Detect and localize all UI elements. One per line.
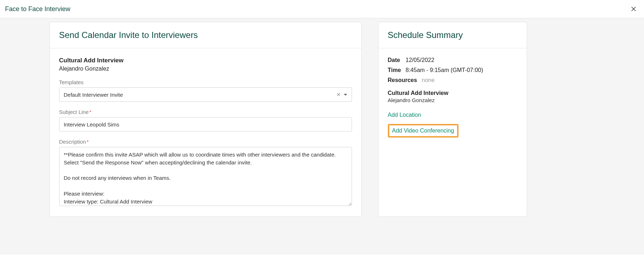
templates-select[interactable]: Default Interviewer Invite ✕ [59, 87, 352, 102]
candidate-name: Alejandro Gonzalez [59, 66, 352, 72]
interview-title: Cultural Add Interview [59, 57, 352, 64]
summary-card-header: Schedule Summary [379, 22, 527, 48]
subject-input[interactable] [59, 117, 352, 131]
summary-date-value: 12/05/2022 [406, 57, 434, 63]
summary-time-row: Time 8:45am - 9:15am (GMT-07:00) [388, 67, 517, 73]
close-button[interactable] [628, 4, 639, 14]
page-header: Face to Face Interview [0, 0, 644, 18]
close-icon [630, 6, 637, 12]
summary-resources-label: Resources [388, 77, 422, 83]
subject-field: Subject Line* [59, 109, 352, 131]
summary-card-body: Date 12/05/2022 Time 8:45am - 9:15am (GM… [379, 48, 527, 147]
add-location-link[interactable]: Add Location [388, 112, 421, 118]
clear-template-icon[interactable]: ✕ [337, 92, 341, 97]
summary-resources-row: Resources none [388, 77, 517, 83]
add-video-highlight: Add Video Conferencing [388, 124, 459, 138]
summary-candidate: Alejandro Gonzalez [388, 97, 517, 103]
invite-card: Send Calendar Invite to Interviewers Cul… [50, 22, 362, 217]
invite-card-body: Cultural Add Interview Alejandro Gonzale… [50, 48, 361, 216]
summary-interview-title: Cultural Add Interview [388, 90, 517, 96]
templates-field: Templates Default Interviewer Invite ✕ [59, 79, 352, 102]
chevron-down-icon[interactable] [344, 94, 347, 96]
subject-label-text: Subject Line [59, 109, 89, 115]
summary-card: Schedule Summary Date 12/05/2022 Time 8:… [378, 22, 527, 217]
summary-date-row: Date 12/05/2022 [388, 57, 517, 63]
templates-selected-value: Default Interviewer Invite [64, 92, 337, 98]
templates-label: Templates [59, 79, 352, 85]
description-label: Description* [59, 139, 352, 145]
invite-card-title: Send Calendar Invite to Interviewers [59, 30, 352, 40]
required-marker: * [89, 109, 91, 115]
required-marker: * [87, 139, 89, 145]
description-field: Description* [59, 139, 352, 207]
select-icons: ✕ [337, 92, 347, 97]
description-textarea[interactable] [59, 147, 352, 206]
summary-time-value: 8:45am - 9:15am (GMT-07:00) [406, 67, 483, 73]
content-area: Send Calendar Invite to Interviewers Cul… [0, 18, 644, 255]
layout: Send Calendar Invite to Interviewers Cul… [42, 22, 602, 217]
summary-resources-value: none [422, 77, 435, 83]
summary-time-label: Time [388, 67, 406, 73]
subject-label: Subject Line* [59, 109, 352, 115]
description-label-text: Description [59, 139, 86, 145]
page-title: Face to Face Interview [5, 5, 70, 13]
invite-card-header: Send Calendar Invite to Interviewers [50, 22, 361, 48]
summary-date-label: Date [388, 57, 406, 63]
add-video-conferencing-link[interactable]: Add Video Conferencing [392, 128, 454, 134]
summary-card-title: Schedule Summary [388, 30, 517, 40]
